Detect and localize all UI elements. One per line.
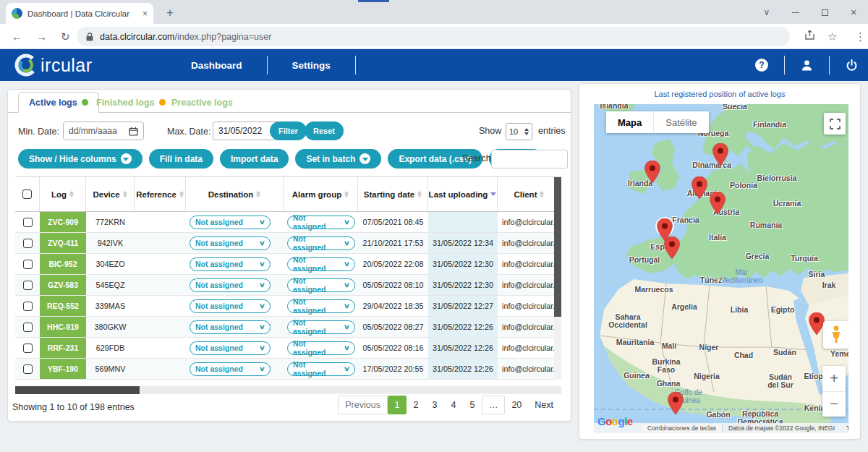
column-header-last-uploading[interactable]: Last uploading xyxy=(428,177,498,211)
map-marker-icon[interactable] xyxy=(692,176,707,202)
row-checkbox[interactable] xyxy=(23,260,33,269)
destination-select[interactable]: Not assigned∨ xyxy=(190,236,271,250)
sort-arrows-icon[interactable] xyxy=(344,191,349,197)
entries-select[interactable]: 10 xyxy=(506,123,532,140)
user-icon[interactable] xyxy=(801,59,813,72)
tab-preactive-logs[interactable]: Preactive logs xyxy=(161,92,243,113)
google-logo[interactable]: Google xyxy=(597,415,633,427)
sort-arrows-icon[interactable] xyxy=(179,191,184,197)
nav-settings[interactable]: Settings xyxy=(268,60,355,71)
sort-arrows-icon[interactable] xyxy=(417,191,422,197)
alarm-group-select[interactable]: Not assigned∨ xyxy=(287,341,355,355)
sort-desc-active-icon[interactable] xyxy=(490,192,496,196)
nav-dashboard[interactable]: Dashboard xyxy=(166,60,267,71)
destination-select[interactable]: Not assigned∨ xyxy=(190,216,271,229)
map-marker-icon[interactable] xyxy=(644,161,660,187)
restore-icon[interactable] xyxy=(810,7,839,17)
vertical-scrollbar[interactable] xyxy=(554,177,561,380)
destination-select[interactable]: Not assigned∨ xyxy=(190,320,271,334)
select-all-checkbox[interactable] xyxy=(22,189,32,199)
alarm-group-select[interactable]: Not assigned∨ xyxy=(287,236,355,250)
help-icon[interactable]: ? xyxy=(755,59,768,72)
vertical-scrollbar-thumb[interactable] xyxy=(554,177,561,317)
alarm-group-select[interactable]: Not assigned∨ xyxy=(287,257,355,271)
close-tab-icon[interactable]: × xyxy=(142,9,148,19)
row-checkbox[interactable] xyxy=(23,281,33,290)
brand-logo[interactable]: ircular xyxy=(13,52,93,78)
zoom-in-button[interactable]: + xyxy=(822,366,846,392)
search-input[interactable] xyxy=(491,150,568,169)
row-checkbox[interactable] xyxy=(23,323,33,332)
alarm-group-select[interactable]: Not assigned∨ xyxy=(287,320,355,334)
row-checkbox[interactable] xyxy=(23,364,33,374)
share-icon[interactable] xyxy=(804,30,815,43)
reload-icon[interactable]: ↻ xyxy=(61,30,70,43)
map-marker-icon[interactable] xyxy=(664,236,680,263)
page-button-3[interactable]: 3 xyxy=(425,396,444,414)
destination-select[interactable]: Not assigned∨ xyxy=(190,362,271,376)
column-header-log[interactable]: Log xyxy=(40,177,86,211)
keyboard-shortcuts-link[interactable]: Combinaciones de teclas xyxy=(642,425,723,432)
sort-arrows-icon[interactable] xyxy=(69,191,74,197)
close-window-icon[interactable]: × xyxy=(839,7,868,18)
next-page-button[interactable]: Next xyxy=(528,396,560,414)
page-button-1[interactable]: 1 xyxy=(388,396,407,414)
alarm-group-select[interactable]: Not assigned∨ xyxy=(287,299,355,313)
new-tab-button[interactable]: + xyxy=(162,6,178,22)
map-marker-icon[interactable] xyxy=(809,312,825,338)
row-checkbox[interactable] xyxy=(23,302,33,311)
minimize-icon[interactable] xyxy=(781,7,810,17)
column-header-alarm-group[interactable]: Alarm group xyxy=(284,177,358,211)
bookmark-star-icon[interactable]: ☆ xyxy=(827,30,837,43)
alarm-group-select[interactable]: Not assigned∨ xyxy=(287,362,355,376)
column-header-starting-date[interactable]: Starting date xyxy=(358,177,428,211)
sort-arrows-icon[interactable] xyxy=(540,191,544,197)
map-type-satellite-button[interactable]: Satélite xyxy=(653,111,708,133)
destination-select[interactable]: Not assigned∨ xyxy=(190,257,271,271)
set-in-batch-button[interactable]: Set in batch xyxy=(295,149,381,169)
map-marker-icon[interactable] xyxy=(712,143,728,169)
browser-menu-icon[interactable]: ⋮ xyxy=(855,30,866,43)
power-icon[interactable] xyxy=(846,59,858,72)
previous-page-button[interactable]: Previous xyxy=(338,396,388,414)
forward-icon[interactable]: → xyxy=(36,30,47,43)
column-header-client[interactable]: Client xyxy=(498,177,561,211)
fullscreen-button[interactable] xyxy=(824,113,846,135)
destination-select[interactable]: Not assigned∨ xyxy=(190,299,271,313)
filter-button[interactable]: Filter xyxy=(270,121,307,140)
show-hide-columns-button[interactable]: Show / Hide columns xyxy=(18,149,142,169)
address-bar[interactable]: data.clcircular.com/index.php?pagina=use… xyxy=(77,27,790,46)
select-all-header[interactable] xyxy=(15,177,40,211)
alarm-group-select[interactable]: Not assigned∨ xyxy=(287,216,355,229)
back-icon[interactable]: ← xyxy=(12,30,22,43)
map-marker-icon[interactable] xyxy=(710,192,726,218)
page-button-2[interactable]: 2 xyxy=(407,396,425,414)
zoom-out-button[interactable]: − xyxy=(822,392,846,417)
pegman-container[interactable] xyxy=(823,321,848,349)
tab-search-icon[interactable]: ∨ xyxy=(752,7,781,17)
horizontal-scrollbar[interactable] xyxy=(15,386,561,394)
map-marker-icon[interactable] xyxy=(668,392,684,418)
column-header-device[interactable]: Device xyxy=(86,177,135,211)
terms-link[interactable]: Términos de uso xyxy=(841,425,848,432)
browser-tab[interactable]: Dashboard | Data Clcircular × xyxy=(6,3,153,24)
page-button-20[interactable]: 20 xyxy=(505,396,528,414)
destination-select[interactable]: Not assigned∨ xyxy=(190,341,271,355)
min-date-input[interactable]: dd/mm/aaaa xyxy=(63,121,144,140)
reset-button[interactable]: Reset xyxy=(305,121,344,140)
google-map[interactable]: Mapa Satélite + − Google Combinacione xyxy=(594,104,848,433)
row-checkbox[interactable] xyxy=(23,239,33,248)
page-button-4[interactable]: 4 xyxy=(444,396,463,414)
horizontal-scrollbar-thumb[interactable] xyxy=(15,386,140,394)
alarm-group-select[interactable]: Not assigned∨ xyxy=(287,278,355,292)
fill-in-data-button[interactable]: Fill in data xyxy=(149,149,213,169)
column-header-destination[interactable]: Destination xyxy=(186,177,284,211)
row-checkbox[interactable] xyxy=(23,344,33,353)
row-checkbox[interactable] xyxy=(23,218,33,227)
map-type-map-button[interactable]: Mapa xyxy=(606,111,653,133)
page-button-5[interactable]: 5 xyxy=(463,396,482,414)
destination-select[interactable]: Not assigned∨ xyxy=(190,278,271,292)
sort-arrows-icon[interactable] xyxy=(256,191,260,197)
sort-arrows-icon[interactable] xyxy=(123,191,127,197)
import-data-button[interactable]: Import data xyxy=(220,149,289,169)
